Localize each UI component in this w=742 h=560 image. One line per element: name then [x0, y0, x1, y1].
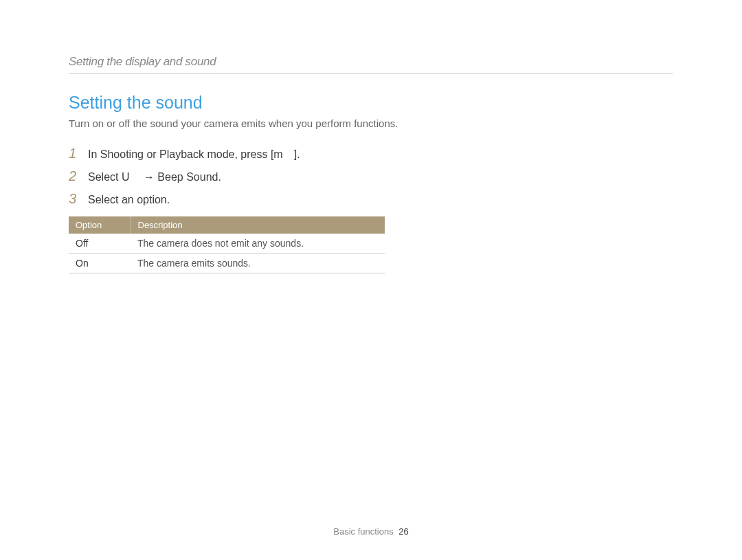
breadcrumb: Setting the display and sound	[69, 55, 673, 74]
manual-page: Setting the display and sound Setting th…	[0, 0, 742, 273]
steps-list: 1 In Shooting or Playback mode, press [m…	[69, 146, 398, 207]
cell-option: Off	[69, 234, 131, 254]
table-row: Off The camera does not emit any sounds.	[69, 234, 385, 254]
step-text: In Shooting or Playback mode, press [m ]…	[88, 148, 300, 161]
section-title: Setting the sound	[69, 93, 673, 113]
footer-section: Basic functions	[333, 526, 393, 537]
table-header-row: Option Description	[69, 216, 385, 234]
step-number: 2	[69, 168, 78, 184]
step-number: 3	[69, 191, 78, 207]
options-table: Option Description Off The camera does n…	[69, 216, 385, 273]
cell-option: On	[69, 254, 131, 273]
th-description: Description	[131, 216, 385, 234]
th-option: Option	[69, 216, 131, 234]
table-row: On The camera emits sounds.	[69, 254, 385, 273]
cell-description: The camera emits sounds.	[131, 254, 385, 273]
cell-description: The camera does not emit any sounds.	[131, 234, 385, 254]
step-item: 3 Select an option.	[69, 191, 398, 207]
page-footer: Basic functions 26	[0, 526, 742, 537]
step-item: 2 Select U → Beep Sound.	[69, 168, 398, 184]
step-number: 1	[69, 146, 78, 161]
step-text: Select an option.	[88, 194, 170, 206]
step-text: Select U → Beep Sound.	[88, 171, 221, 183]
step-item: 1 In Shooting or Playback mode, press [m…	[69, 146, 398, 161]
intro-text: Turn on or off the sound your camera emi…	[69, 117, 398, 131]
footer-page-number: 26	[398, 526, 408, 537]
